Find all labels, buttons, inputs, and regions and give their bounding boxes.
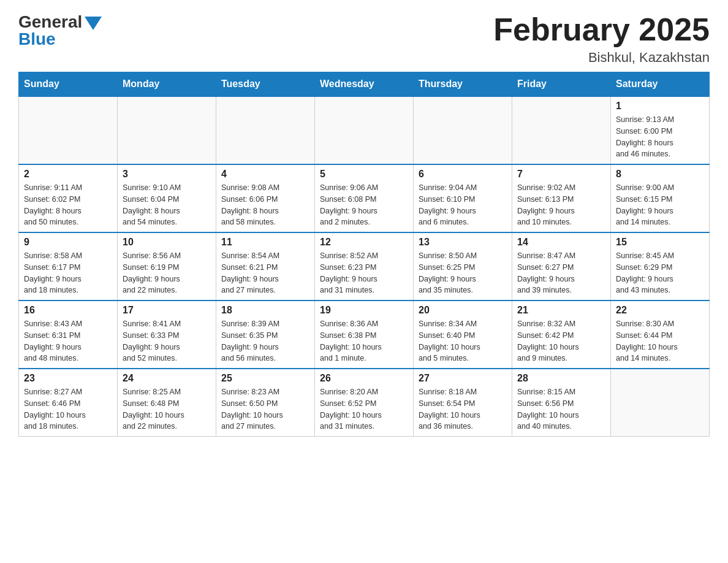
calendar-cell-w4-d6 — [611, 369, 710, 437]
calendar-cell-w4-d2: 25Sunrise: 8:23 AMSunset: 6:50 PMDayligh… — [216, 369, 315, 437]
day-info: Sunrise: 8:27 AMSunset: 6:46 PMDaylight:… — [24, 386, 112, 432]
calendar-cell-w1-d5: 7Sunrise: 9:02 AMSunset: 6:13 PMDaylight… — [512, 164, 611, 232]
day-info: Sunrise: 8:30 AMSunset: 6:44 PMDaylight:… — [616, 318, 704, 364]
page-header: General Blue February 2025 Bishkul, Kaza… — [18, 12, 710, 66]
header-sunday: Sunday — [19, 72, 118, 97]
logo-blue-text: Blue — [18, 29, 56, 49]
calendar-cell-w0-d1 — [118, 96, 216, 164]
day-info: Sunrise: 8:15 AMSunset: 6:56 PMDaylight:… — [517, 386, 605, 432]
day-info: Sunrise: 8:18 AMSunset: 6:54 PMDaylight:… — [419, 386, 507, 432]
month-title: February 2025 — [493, 12, 710, 47]
day-info: Sunrise: 8:56 AMSunset: 6:19 PMDaylight:… — [123, 250, 211, 296]
calendar-cell-w3-d0: 16Sunrise: 8:43 AMSunset: 6:31 PMDayligh… — [19, 301, 118, 369]
day-number: 16 — [24, 305, 112, 316]
day-number: 4 — [221, 169, 309, 180]
header-monday: Monday — [118, 72, 216, 97]
calendar-cell-w4-d1: 24Sunrise: 8:25 AMSunset: 6:48 PMDayligh… — [118, 369, 216, 437]
day-info: Sunrise: 8:54 AMSunset: 6:21 PMDaylight:… — [221, 250, 309, 296]
day-number: 2 — [24, 169, 112, 180]
day-number: 25 — [221, 373, 309, 384]
day-info: Sunrise: 8:32 AMSunset: 6:42 PMDaylight:… — [517, 318, 605, 364]
day-info: Sunrise: 8:41 AMSunset: 6:33 PMDaylight:… — [123, 318, 211, 364]
calendar-cell-w0-d3 — [315, 96, 414, 164]
day-info: Sunrise: 9:04 AMSunset: 6:10 PMDaylight:… — [419, 182, 507, 228]
calendar-cell-w2-d2: 11Sunrise: 8:54 AMSunset: 6:21 PMDayligh… — [216, 232, 315, 301]
day-info: Sunrise: 9:13 AMSunset: 6:00 PMDaylight:… — [616, 114, 704, 160]
day-number: 27 — [419, 373, 507, 384]
day-number: 15 — [616, 237, 704, 248]
day-number: 1 — [616, 101, 704, 112]
calendar-cell-w1-d3: 5Sunrise: 9:06 AMSunset: 6:08 PMDaylight… — [315, 164, 414, 232]
calendar-cell-w2-d4: 13Sunrise: 8:50 AMSunset: 6:25 PMDayligh… — [414, 232, 512, 301]
day-number: 19 — [320, 305, 408, 316]
calendar-cell-w3-d3: 19Sunrise: 8:36 AMSunset: 6:38 PMDayligh… — [315, 301, 414, 369]
calendar-cell-w3-d4: 20Sunrise: 8:34 AMSunset: 6:40 PMDayligh… — [414, 301, 512, 369]
day-info: Sunrise: 8:43 AMSunset: 6:31 PMDaylight:… — [24, 318, 112, 364]
calendar-cell-w0-d5 — [512, 96, 611, 164]
day-number: 18 — [221, 305, 309, 316]
day-info: Sunrise: 8:20 AMSunset: 6:52 PMDaylight:… — [320, 386, 408, 432]
day-info: Sunrise: 8:23 AMSunset: 6:50 PMDaylight:… — [221, 386, 309, 432]
day-number: 21 — [517, 305, 605, 316]
logo-triangle-icon — [85, 17, 102, 30]
calendar-cell-w3-d1: 17Sunrise: 8:41 AMSunset: 6:33 PMDayligh… — [118, 301, 216, 369]
calendar-cell-w4-d5: 28Sunrise: 8:15 AMSunset: 6:56 PMDayligh… — [512, 369, 611, 437]
calendar-cell-w2-d3: 12Sunrise: 8:52 AMSunset: 6:23 PMDayligh… — [315, 232, 414, 301]
day-number: 13 — [419, 237, 507, 248]
day-number: 5 — [320, 169, 408, 180]
header-friday: Friday — [512, 72, 611, 97]
day-number: 6 — [419, 169, 507, 180]
calendar-cell-w1-d6: 8Sunrise: 9:00 AMSunset: 6:15 PMDaylight… — [611, 164, 710, 232]
day-info: Sunrise: 8:52 AMSunset: 6:23 PMDaylight:… — [320, 250, 408, 296]
day-number: 20 — [419, 305, 507, 316]
calendar-cell-w4-d4: 27Sunrise: 8:18 AMSunset: 6:54 PMDayligh… — [414, 369, 512, 437]
day-info: Sunrise: 8:39 AMSunset: 6:35 PMDaylight:… — [221, 318, 309, 364]
week-row-4: 16Sunrise: 8:43 AMSunset: 6:31 PMDayligh… — [19, 301, 710, 369]
day-number: 23 — [24, 373, 112, 384]
calendar-cell-w4-d0: 23Sunrise: 8:27 AMSunset: 6:46 PMDayligh… — [19, 369, 118, 437]
header-saturday: Saturday — [611, 72, 710, 97]
day-number: 22 — [616, 305, 704, 316]
day-info: Sunrise: 8:45 AMSunset: 6:29 PMDaylight:… — [616, 250, 704, 296]
calendar-table: Sunday Monday Tuesday Wednesday Thursday… — [18, 72, 710, 437]
calendar-cell-w3-d5: 21Sunrise: 8:32 AMSunset: 6:42 PMDayligh… — [512, 301, 611, 369]
location: Bishkul, Kazakhstan — [493, 50, 710, 66]
day-number: 24 — [123, 373, 211, 384]
calendar-cell-w2-d1: 10Sunrise: 8:56 AMSunset: 6:19 PMDayligh… — [118, 232, 216, 301]
day-info: Sunrise: 8:58 AMSunset: 6:17 PMDaylight:… — [24, 250, 112, 296]
header-thursday: Thursday — [414, 72, 512, 97]
week-row-5: 23Sunrise: 8:27 AMSunset: 6:46 PMDayligh… — [19, 369, 710, 437]
calendar-cell-w0-d2 — [216, 96, 315, 164]
calendar-cell-w1-d2: 4Sunrise: 9:08 AMSunset: 6:06 PMDaylight… — [216, 164, 315, 232]
day-number: 28 — [517, 373, 605, 384]
calendar-cell-w1-d1: 3Sunrise: 9:10 AMSunset: 6:04 PMDaylight… — [118, 164, 216, 232]
day-number: 14 — [517, 237, 605, 248]
day-info: Sunrise: 9:06 AMSunset: 6:08 PMDaylight:… — [320, 182, 408, 228]
day-number: 26 — [320, 373, 408, 384]
day-info: Sunrise: 8:25 AMSunset: 6:48 PMDaylight:… — [123, 386, 211, 432]
day-info: Sunrise: 9:08 AMSunset: 6:06 PMDaylight:… — [221, 182, 309, 228]
calendar-cell-w0-d0 — [19, 96, 118, 164]
calendar-cell-w0-d6: 1Sunrise: 9:13 AMSunset: 6:00 PMDaylight… — [611, 96, 710, 164]
day-info: Sunrise: 8:50 AMSunset: 6:25 PMDaylight:… — [419, 250, 507, 296]
day-number: 10 — [123, 237, 211, 248]
day-number: 9 — [24, 237, 112, 248]
header-tuesday: Tuesday — [216, 72, 315, 97]
day-number: 7 — [517, 169, 605, 180]
day-number: 8 — [616, 169, 704, 180]
day-info: Sunrise: 8:47 AMSunset: 6:27 PMDaylight:… — [517, 250, 605, 296]
calendar-cell-w2-d5: 14Sunrise: 8:47 AMSunset: 6:27 PMDayligh… — [512, 232, 611, 301]
calendar-cell-w1-d4: 6Sunrise: 9:04 AMSunset: 6:10 PMDaylight… — [414, 164, 512, 232]
day-info: Sunrise: 9:00 AMSunset: 6:15 PMDaylight:… — [616, 182, 704, 228]
day-number: 3 — [123, 169, 211, 180]
header-wednesday: Wednesday — [315, 72, 414, 97]
day-number: 11 — [221, 237, 309, 248]
logo: General Blue — [18, 12, 102, 49]
day-info: Sunrise: 9:11 AMSunset: 6:02 PMDaylight:… — [24, 182, 112, 228]
week-row-3: 9Sunrise: 8:58 AMSunset: 6:17 PMDaylight… — [19, 232, 710, 301]
day-number: 12 — [320, 237, 408, 248]
day-info: Sunrise: 8:36 AMSunset: 6:38 PMDaylight:… — [320, 318, 408, 364]
calendar-cell-w3-d2: 18Sunrise: 8:39 AMSunset: 6:35 PMDayligh… — [216, 301, 315, 369]
week-row-2: 2Sunrise: 9:11 AMSunset: 6:02 PMDaylight… — [19, 164, 710, 232]
day-info: Sunrise: 8:34 AMSunset: 6:40 PMDaylight:… — [419, 318, 507, 364]
